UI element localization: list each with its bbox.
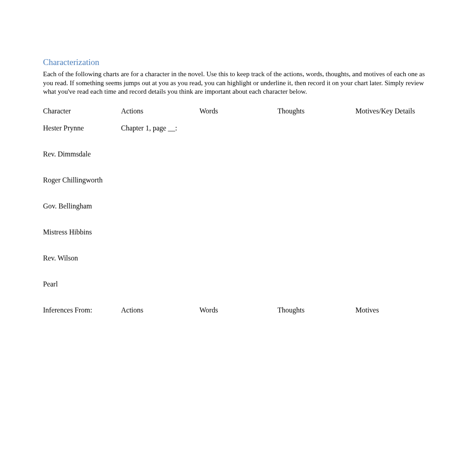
cell-words xyxy=(199,202,277,228)
cell-words xyxy=(199,280,277,306)
table-row: Rev. Dimmsdale xyxy=(43,150,433,176)
cell-motives xyxy=(355,202,433,228)
cell-character: Hester Prynne xyxy=(43,124,121,150)
table-header-row: Character Actions Words Thoughts Motives… xyxy=(43,107,433,124)
cell-actions xyxy=(121,228,199,254)
inferences-header-row: Inferences From: Actions Words Thoughts … xyxy=(43,306,433,314)
cell-thoughts xyxy=(277,254,355,280)
cell-words xyxy=(199,176,277,202)
header-inferences: Inferences From: xyxy=(43,306,121,314)
table-row: Rev. Wilson xyxy=(43,254,433,280)
cell-motives xyxy=(355,254,433,280)
cell-thoughts xyxy=(277,280,355,306)
header-motives: Motives/Key Details xyxy=(355,107,433,124)
cell-words xyxy=(199,150,277,176)
table-row: Roger Chillingworth xyxy=(43,176,433,202)
cell-character: Rev. Wilson xyxy=(43,254,121,280)
header-actions-2: Actions xyxy=(121,306,199,314)
table-row: Gov. Bellingham xyxy=(43,202,433,228)
cell-thoughts xyxy=(277,176,355,202)
cell-words xyxy=(199,124,277,150)
cell-thoughts xyxy=(277,150,355,176)
cell-actions xyxy=(121,254,199,280)
cell-thoughts xyxy=(277,228,355,254)
table-row: Mistress Hibbins xyxy=(43,228,433,254)
header-motives-2: Motives xyxy=(355,306,433,314)
cell-motives xyxy=(355,124,433,150)
cell-character: Pearl xyxy=(43,280,121,306)
cell-motives xyxy=(355,150,433,176)
header-actions: Actions xyxy=(121,107,199,124)
characterization-table: Character Actions Words Thoughts Motives… xyxy=(43,107,433,314)
cell-character: Mistress Hibbins xyxy=(43,228,121,254)
cell-thoughts xyxy=(277,202,355,228)
cell-motives xyxy=(355,280,433,306)
cell-actions: Chapter 1, page __: xyxy=(121,124,199,150)
cell-actions xyxy=(121,150,199,176)
table-row: Pearl xyxy=(43,280,433,306)
cell-words xyxy=(199,228,277,254)
intro-paragraph: Each of the following charts are for a c… xyxy=(43,70,433,96)
cell-actions xyxy=(121,176,199,202)
header-character: Character xyxy=(43,107,121,124)
table-row: Hester Prynne Chapter 1, page __: xyxy=(43,124,433,150)
cell-character: Rev. Dimmsdale xyxy=(43,150,121,176)
header-words-2: Words xyxy=(199,306,277,314)
cell-thoughts xyxy=(277,124,355,150)
page-title: Characterization xyxy=(43,57,433,67)
cell-motives xyxy=(355,176,433,202)
cell-motives xyxy=(355,228,433,254)
cell-character: Gov. Bellingham xyxy=(43,202,121,228)
cell-actions xyxy=(121,202,199,228)
header-words: Words xyxy=(199,107,277,124)
header-thoughts: Thoughts xyxy=(277,107,355,124)
header-thoughts-2: Thoughts xyxy=(277,306,355,314)
cell-actions xyxy=(121,280,199,306)
document-page: Characterization Each of the following c… xyxy=(0,0,476,314)
cell-words xyxy=(199,254,277,280)
cell-character: Roger Chillingworth xyxy=(43,176,121,202)
